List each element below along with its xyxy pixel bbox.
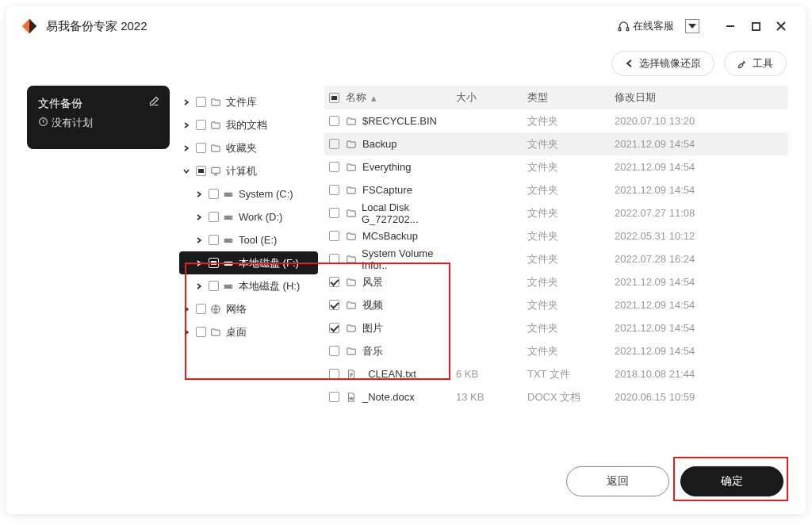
file-type: 文件夹 [527, 298, 615, 312]
row-checkbox[interactable] [329, 277, 339, 287]
tools-button[interactable]: 工具 [724, 51, 787, 76]
dropdown-icon [685, 19, 699, 33]
sort-asc-icon[interactable]: ▴ [371, 92, 377, 104]
file-date: 2021.12.09 14:54 [615, 138, 783, 150]
tree-item[interactable]: 我的文档 [179, 113, 318, 136]
chevron-right-icon[interactable] [193, 190, 205, 198]
row-checkbox[interactable] [329, 208, 339, 218]
file-date: 2022.05.31 10:12 [615, 230, 783, 242]
tree-checkbox[interactable] [196, 120, 206, 130]
svg-point-12 [231, 194, 232, 194]
svg-rect-3 [626, 27, 629, 30]
file-type: 文件夹 [527, 137, 615, 151]
row-checkbox[interactable] [329, 231, 339, 241]
table-row[interactable]: _CLEAN.txt6 KBTXT 文件2018.10.08 21:44 [324, 362, 788, 385]
table-row[interactable]: Local Disk G_727202...文件夹2022.07.27 11:0… [324, 201, 788, 224]
minimize-button[interactable] [720, 16, 741, 36]
back-button[interactable]: 返回 [566, 466, 669, 496]
online-support-button[interactable]: 在线客服 [618, 19, 674, 33]
notification-dropdown[interactable] [685, 19, 699, 33]
tree-checkbox[interactable] [209, 189, 219, 199]
edit-icon[interactable] [148, 95, 160, 109]
row-checkbox[interactable] [329, 392, 339, 402]
chevron-right-icon[interactable] [181, 305, 192, 313]
tree-checkbox[interactable] [196, 143, 206, 153]
table-row[interactable]: System Volume Infor..文件夹2022.07.28 16:24 [324, 247, 788, 270]
chevron-right-icon[interactable] [193, 213, 205, 221]
file-name: Everything [362, 161, 411, 173]
tree-item[interactable]: Work (D:) [179, 205, 318, 228]
folder-tree[interactable]: 文件库我的文档收藏夹计算机System (C:)Work (D:)Tool (E… [179, 86, 318, 408]
file-type: TXT 文件 [527, 367, 615, 381]
header-name[interactable]: 名称 [346, 90, 366, 105]
ok-button[interactable]: 确定 [680, 466, 783, 496]
table-row[interactable]: 风景文件夹2021.12.09 14:54 [324, 270, 788, 293]
table-row[interactable]: 音乐文件夹2021.12.09 14:54 [324, 339, 788, 362]
tree-item[interactable]: 桌面 [179, 320, 318, 343]
restore-image-button[interactable]: 选择镜像还原 [611, 51, 714, 76]
chevron-right-icon[interactable] [181, 98, 192, 106]
tree-item[interactable]: 计算机 [179, 159, 318, 182]
tree-item[interactable]: 本地磁盘 (H:) [179, 274, 318, 297]
tree-item[interactable]: 文件库 [179, 90, 318, 113]
chevron-right-icon[interactable] [193, 236, 205, 244]
tree-checkbox[interactable] [209, 258, 219, 268]
header-type[interactable]: 类型 [527, 90, 615, 105]
tree-item[interactable]: 本地磁盘 (F:) [179, 251, 318, 274]
folder-icon [346, 116, 358, 127]
row-checkbox[interactable] [329, 162, 339, 172]
tree-checkbox[interactable] [209, 281, 219, 291]
svg-marker-4 [688, 24, 696, 29]
backup-plan-card[interactable]: 文件备份 没有计划 [27, 86, 170, 149]
tree-checkbox[interactable] [196, 166, 206, 176]
tree-label: 我的文档 [226, 118, 267, 132]
tree-item[interactable]: 收藏夹 [179, 136, 318, 159]
clock-icon [38, 117, 48, 129]
row-checkbox[interactable] [329, 300, 339, 310]
tree-item[interactable]: 网络 [179, 297, 318, 320]
tree-checkbox[interactable] [196, 327, 206, 337]
row-checkbox[interactable] [329, 346, 339, 356]
header-date[interactable]: 修改日期 [615, 90, 783, 105]
table-row[interactable]: Backup文件夹2021.12.09 14:54 [324, 132, 788, 155]
file-name: MCsBackup [362, 230, 418, 242]
table-row[interactable]: Everything文件夹2021.12.09 14:54 [324, 155, 788, 178]
header-size[interactable]: 大小 [456, 90, 527, 105]
svg-point-20 [231, 285, 232, 286]
table-row[interactable]: 视频文件夹2021.12.09 14:54 [324, 293, 788, 316]
select-all-checkbox[interactable] [329, 93, 339, 103]
tree-item[interactable]: Tool (E:) [179, 228, 318, 251]
chevron-right-icon[interactable] [181, 121, 192, 129]
chevron-right-icon[interactable] [193, 259, 205, 267]
row-checkbox[interactable] [329, 116, 339, 126]
table-row[interactable]: $RECYCLE.BIN文件夹2020.07.10 13:20 [324, 109, 788, 132]
toolbar: 选择镜像还原 工具 [6, 46, 806, 81]
maximize-button[interactable] [745, 16, 766, 36]
chevron-right-icon[interactable] [193, 282, 205, 290]
tree-checkbox[interactable] [209, 235, 219, 245]
file-type: 文件夹 [527, 321, 615, 335]
tree-item[interactable]: System (C:) [179, 182, 318, 205]
row-checkbox[interactable] [329, 369, 339, 379]
folder-icon [346, 185, 358, 196]
close-button[interactable] [771, 16, 791, 36]
table-row[interactable]: _Note.docx13 KBDOCX 文档2020.06.15 10:59 [324, 385, 788, 408]
table-row[interactable]: MCsBackup文件夹2022.05.31 10:12 [324, 224, 788, 247]
tree-checkbox[interactable] [196, 304, 206, 314]
row-checkbox[interactable] [329, 185, 339, 195]
chevron-down-icon[interactable] [181, 167, 192, 175]
row-checkbox[interactable] [329, 254, 339, 264]
file-name: 视频 [362, 298, 383, 312]
table-row[interactable]: 图片文件夹2021.12.09 14:54 [324, 316, 788, 339]
file-name: 音乐 [362, 344, 383, 358]
chevron-right-icon[interactable] [181, 328, 192, 336]
file-name: 风景 [362, 275, 383, 289]
chevron-right-icon[interactable] [181, 144, 192, 152]
tree-checkbox[interactable] [196, 97, 206, 107]
footer-buttons: 返回 确定 [555, 466, 783, 496]
row-checkbox[interactable] [329, 139, 339, 149]
row-checkbox[interactable] [329, 323, 339, 333]
table-row[interactable]: FSCapture文件夹2021.12.09 14:54 [324, 178, 788, 201]
tree-checkbox[interactable] [209, 212, 219, 222]
tree-label: 本地磁盘 (F:) [239, 256, 299, 270]
